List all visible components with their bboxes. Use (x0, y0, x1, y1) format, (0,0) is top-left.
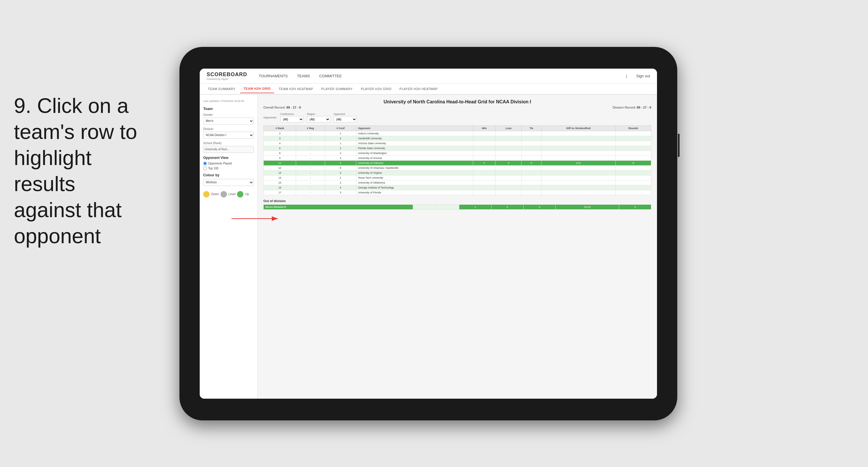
cell-conf: 1 (325, 175, 356, 180)
subnav-team-h2h-heatmap[interactable]: TEAM H2H HEATMAP (275, 85, 317, 93)
filter-opponent-select[interactable]: (All) (334, 116, 357, 122)
cell-reg: - (296, 171, 325, 175)
table-row[interactable]: 9-3University of Arizona (264, 156, 651, 161)
cell-reg: - (296, 190, 325, 195)
division-label: Division (203, 127, 254, 130)
cell-win (473, 156, 496, 161)
cell-rank: 8 (264, 151, 296, 156)
filter-conference-select[interactable]: (All) (280, 116, 304, 122)
filter-row: Opponents: Conference (All) Region (All) (264, 113, 651, 122)
school-input[interactable] (203, 146, 254, 153)
ood-diff: 26.00 (555, 205, 619, 210)
table-row[interactable]: 12-6University of Arkansas, Fayetteville (264, 166, 651, 171)
ood-win: 1 (459, 205, 491, 210)
table-row[interactable]: 4-1Arizona State University (264, 141, 651, 146)
cell-win (473, 146, 496, 151)
table-row[interactable]: 17-3University of Florida (264, 190, 651, 195)
cell-conf: 2 (325, 146, 356, 151)
cell-rounds: 8 (615, 161, 651, 166)
table-row[interactable]: 13-3University of Virginia (264, 171, 651, 175)
cell-win (473, 180, 496, 185)
cell-opponent: University of Virginia (356, 171, 473, 175)
cell-rounds (615, 171, 651, 175)
cell-rank: 14 (264, 175, 296, 180)
nav-sign-out[interactable]: Sign out (636, 73, 650, 79)
filter-region-select[interactable]: (All) (307, 116, 330, 122)
cell-rounds (615, 166, 651, 171)
radio-opponents-played[interactable]: Opponents Played (203, 162, 254, 165)
cell-diff (541, 185, 615, 190)
subnav-player-h2h-grid[interactable]: PLAYER H2H GRID (358, 85, 395, 93)
division-dropdown[interactable]: NCAA Division I (203, 132, 254, 139)
cell-rounds (615, 141, 651, 146)
legend-up-label: Up (245, 193, 249, 196)
cell-loss (496, 136, 522, 141)
cell-opponent: University of Alabama (356, 161, 473, 166)
cell-diff (541, 131, 615, 136)
cell-opponent: University of Oklahoma (356, 180, 473, 185)
cell-rank: 2 (264, 131, 296, 136)
colour-by-dropdown[interactable]: Win/loss (203, 179, 254, 186)
table-row[interactable]: 16-4Georgia Institute of Technology (264, 185, 651, 190)
cell-win (473, 151, 496, 156)
filter-opponent-group: Opponent (All) (334, 113, 357, 122)
nav-tournaments[interactable]: TOURNAMENTS (259, 73, 288, 79)
overall-record: Overall Record: 89 - 17 - 0 (264, 106, 301, 109)
radio-top100[interactable]: Top 100 (203, 167, 254, 170)
cell-tie (522, 171, 541, 175)
filter-opponents: Opponents: (264, 116, 277, 119)
cell-loss (496, 151, 522, 156)
subnav-team-h2h-grid[interactable]: TEAM H2H GRID (240, 85, 274, 93)
cell-tie (522, 146, 541, 151)
cell-win (473, 190, 496, 195)
cell-opponent: University of Arkansas, Fayetteville (356, 166, 473, 171)
cell-reg: - (296, 180, 325, 185)
cell-loss (496, 180, 522, 185)
gender-dropdown[interactable]: Men's (203, 118, 254, 124)
cell-diff (541, 171, 615, 175)
table-row[interactable]: 6-2Florida State University (264, 146, 651, 151)
cell-diff (541, 166, 615, 171)
cell-win: 3 (473, 161, 496, 166)
cell-reg: - (296, 131, 325, 136)
table-row[interactable]: 14-1Texas Tech University (264, 175, 651, 180)
ood-row[interactable]: NCAA Division II 1 0 0 26.00 3 (264, 205, 651, 210)
table-row[interactable]: 8-2University of Washington (264, 151, 651, 156)
legend-row: Down Level Up (203, 191, 254, 198)
cell-loss (496, 156, 522, 161)
cell-opponent: Vanderbilt University (356, 136, 473, 141)
table-row[interactable]: 3-2Vanderbilt University (264, 136, 651, 141)
table-row[interactable]: 2-1Auburn University (264, 131, 651, 136)
cell-rank: 11 (264, 161, 296, 166)
legend-up-dot (237, 191, 243, 198)
cell-reg: - (296, 146, 325, 151)
subnav-player-summary[interactable]: PLAYER SUMMARY (318, 85, 356, 93)
cell-rank: 13 (264, 171, 296, 175)
logo-powered: Powered by clippd (207, 78, 247, 81)
table-row[interactable]: 15-2University of Oklahoma (264, 180, 651, 185)
logo-area: SCOREBOARD Powered by clippd (207, 71, 247, 81)
cell-loss (496, 190, 522, 195)
out-of-division-header: Out of division (264, 199, 651, 203)
cell-tie: 0 (522, 161, 541, 166)
cell-diff (541, 151, 615, 156)
cell-opponent: University of Florida (356, 190, 473, 195)
cell-rounds (615, 131, 651, 136)
subnav-player-h2h-heatmap[interactable]: PLAYER H2H HEATMAP (396, 85, 441, 93)
table-row[interactable]: 11-5University of Alabama3002.618 (264, 161, 651, 166)
nav-teams[interactable]: TEAMS (297, 73, 310, 79)
nav-committee[interactable]: COMMITTEE (319, 73, 342, 79)
cell-opponent: Texas Tech University (356, 175, 473, 180)
division-record: Division Record: 88 - 17 - 0 (613, 106, 651, 109)
colour-by-label: Colour by (203, 173, 254, 177)
subnav-team-summary[interactable]: TEAM SUMMARY (204, 85, 239, 93)
sub-nav: TEAM SUMMARY TEAM H2H GRID TEAM H2H HEAT… (200, 84, 657, 95)
radio-label-top100: Top 100 (208, 167, 219, 170)
division-record-value: 88 - 17 - 0 (637, 106, 651, 109)
instruction-number: 9. (14, 94, 31, 117)
team-section-title: Team (203, 107, 254, 111)
gender-label: Gender (203, 113, 254, 116)
cell-opponent: Florida State University (356, 146, 473, 151)
filter-region-group: Region (All) (307, 113, 330, 122)
cell-rounds (615, 190, 651, 195)
